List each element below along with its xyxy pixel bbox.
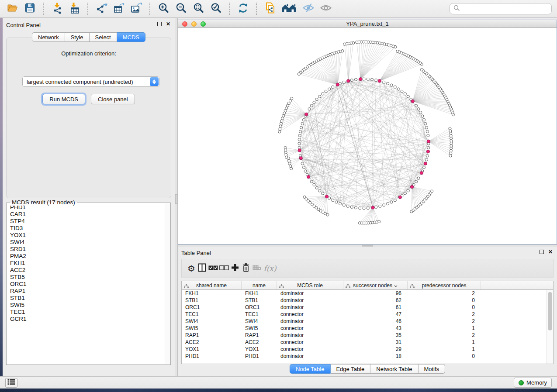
refresh-view-button[interactable] <box>236 2 250 16</box>
zoom-in-button[interactable] <box>156 2 170 16</box>
hide-selected-button[interactable] <box>301 2 315 16</box>
scrollbar-thumb[interactable] <box>548 292 552 330</box>
list-item[interactable]: GCR1 <box>7 316 165 323</box>
table-cell: dominator <box>277 297 343 304</box>
table-row[interactable]: PHD1PHD1dominator180 <box>182 353 553 360</box>
table-row[interactable]: ACE2ACE2connector311 <box>182 339 553 346</box>
table-settings-button[interactable]: ⚙ <box>186 262 197 275</box>
show-columns-button[interactable] <box>197 262 208 275</box>
network-canvas[interactable] <box>178 28 557 244</box>
splitter-grip[interactable] <box>362 245 373 247</box>
shared-column-icon <box>184 283 189 289</box>
column-header-successor-nodes[interactable]: successor nodes <box>343 281 408 289</box>
table-cell: SWI5 <box>182 325 242 332</box>
search-input[interactable] <box>462 6 548 12</box>
zoom-selected-button[interactable] <box>209 2 223 16</box>
list-item[interactable]: SWI5 <box>7 302 165 309</box>
table-cell: TEC1 <box>242 311 277 318</box>
select-all-button[interactable] <box>208 262 218 275</box>
export-image-button[interactable] <box>129 2 143 16</box>
tab-network-table[interactable]: Network Table <box>370 364 418 374</box>
table-row[interactable]: SWI5SWI5connector431 <box>182 325 553 332</box>
open-file-button[interactable] <box>5 2 19 16</box>
import-table-button[interactable] <box>67 2 81 16</box>
list-item[interactable]: ORC1 <box>7 281 165 288</box>
table-row[interactable]: SWI4SWI4dominator462 <box>182 318 553 325</box>
horizontal-splitter[interactable] <box>178 244 557 247</box>
table-scrollbar[interactable] <box>547 290 553 364</box>
column-header-MCDS-role[interactable]: MCDS role <box>277 281 343 289</box>
list-item[interactable]: RAP1 <box>7 288 165 295</box>
tab-select[interactable]: Select <box>90 32 117 42</box>
table-row[interactable]: YOX1YOX1connector291 <box>182 346 553 353</box>
network-titlebar[interactable]: YPA_prune.txt_1 <box>178 20 557 28</box>
close-panel-button[interactable]: ✕ <box>548 250 553 254</box>
search-box[interactable] <box>450 3 552 14</box>
table-cell: 1 <box>408 325 481 332</box>
list-item[interactable]: CAR1 <box>7 211 165 218</box>
run-mcds-button[interactable]: Run MCDS <box>42 94 85 104</box>
tab-node-table[interactable]: Node Table <box>290 364 331 374</box>
export-table-button[interactable] <box>112 2 126 16</box>
zoom-out-button[interactable] <box>174 2 188 16</box>
table-row[interactable]: RAP1RAP1dominator352 <box>182 332 553 339</box>
show-all-button[interactable] <box>319 2 333 16</box>
result-list-scrollbar[interactable] <box>165 203 170 364</box>
tab-edge-table[interactable]: Edge Table <box>330 364 370 374</box>
table-row[interactable]: TEC1TEC1connector472 <box>182 311 553 318</box>
table-cell: FKH1 <box>242 290 277 297</box>
table-cell: YOX1 <box>182 346 242 353</box>
tab-mcds[interactable]: MCDS <box>117 32 145 42</box>
column-header-name[interactable]: name <box>242 281 277 289</box>
tab-motifs[interactable]: Motifs <box>418 364 445 374</box>
list-item[interactable]: STP4 <box>7 218 165 225</box>
list-item[interactable]: ACE2 <box>7 267 165 274</box>
save-session-button[interactable] <box>23 2 37 16</box>
column-header-predecessor-nodes[interactable]: predecessor nodes <box>408 281 481 289</box>
column-header-shared-name[interactable]: shared name <box>182 281 242 289</box>
vertical-splitter[interactable] <box>175 18 178 376</box>
delete-column-button[interactable] <box>241 262 251 275</box>
table-row[interactable]: FKH1FKH1dominator962 <box>182 290 553 297</box>
table-row[interactable]: STB1STB1dominator620 <box>182 297 553 304</box>
chevron-down-icon[interactable] <box>394 282 398 289</box>
splitter-grip[interactable] <box>175 194 177 204</box>
table-cell: RAP1 <box>182 332 242 339</box>
list-item[interactable]: TEC1 <box>7 309 165 316</box>
float-panel-button[interactable] <box>157 22 162 26</box>
network-graph[interactable] <box>178 28 557 244</box>
column-label: name <box>253 282 266 289</box>
tab-network[interactable]: Network <box>32 32 65 42</box>
list-item[interactable]: SWI4 <box>7 239 165 246</box>
column-header-filler <box>481 281 547 289</box>
delete-table-button-disabled[interactable] <box>252 262 262 275</box>
list-item[interactable]: STB1 <box>7 295 165 302</box>
toolbar-separator <box>229 3 230 15</box>
optimization-criterion-select[interactable]: largest connected component (undirected) <box>22 76 159 87</box>
optimization-criterion-label: Optimization criterion: <box>7 50 171 57</box>
duplicate-network-button[interactable] <box>263 2 277 16</box>
deselect-all-button[interactable] <box>219 262 229 275</box>
table-row[interactable]: ORC1ORC1dominator610 <box>182 304 553 311</box>
table-body: FKH1FKH1dominator962STB1STB1dominator620… <box>182 290 553 360</box>
list-item[interactable]: FKH1 <box>7 260 165 267</box>
close-panel-button[interactable]: ✕ <box>166 22 170 26</box>
list-item[interactable]: PMA2 <box>7 253 165 260</box>
list-item[interactable]: STB5 <box>7 274 165 281</box>
import-network-button[interactable] <box>50 2 64 16</box>
first-neighbors-button[interactable] <box>280 2 298 16</box>
function-builder-button-disabled[interactable]: f(x) <box>263 262 277 275</box>
mcds-result-list[interactable]: PHD1CAR1STP4TID3YOX1SWI4SRD1PMA2FKH1ACE2… <box>7 204 165 364</box>
zoom-fit-button[interactable] <box>191 2 205 16</box>
export-network-button[interactable] <box>94 2 108 16</box>
list-item[interactable]: SRD1 <box>7 246 165 253</box>
task-history-button[interactable] <box>5 378 17 388</box>
add-column-button[interactable] <box>230 262 240 275</box>
list-item[interactable]: TID3 <box>7 225 165 232</box>
main-toolbar <box>0 0 557 18</box>
tab-style[interactable]: Style <box>65 32 90 42</box>
close-mcds-panel-button[interactable]: Close panel <box>91 94 135 104</box>
list-item[interactable]: YOX1 <box>7 232 165 239</box>
float-panel-button[interactable] <box>540 250 544 254</box>
memory-button[interactable]: Memory <box>514 378 552 388</box>
